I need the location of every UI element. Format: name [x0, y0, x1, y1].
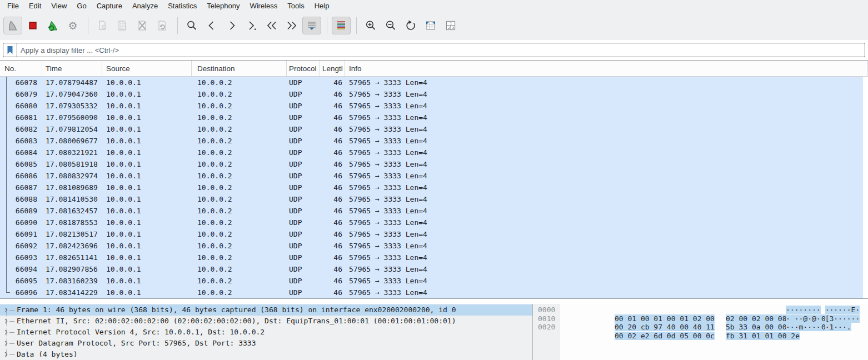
zoom-in-icon [365, 19, 377, 32]
packet-row[interactable]: 66085 17.080581918 10.0.0.1 10.0.0.2 UDP… [0, 158, 863, 170]
packet-details-row[interactable]: ❯ User Datagram Protocol, Src Port: 5796… [0, 338, 532, 349]
hex-row: 00 02 e2 6d 0d 05 00 0cfb 31 01 01 00 2e… [562, 323, 868, 332]
column-header-time[interactable]: Time [42, 61, 102, 76]
packet-row[interactable]: 66082 17.079812054 10.0.0.1 10.0.0.2 UDP… [0, 123, 863, 135]
display-filter-box [3, 43, 865, 57]
find-packet-icon [186, 19, 198, 32]
go-first-packet-button[interactable] [262, 17, 281, 34]
save-file-button[interactable]: 010100100111 [113, 17, 132, 34]
go-forward-button[interactable] [222, 17, 241, 34]
zoom-in-button[interactable] [361, 17, 380, 34]
capture-options-button[interactable]: ⚙ [63, 17, 82, 34]
expand-chevron-icon[interactable]: ❯ [3, 316, 9, 327]
expand-chevron-icon[interactable]: ❯ [3, 304, 9, 316]
expand-chevron-icon[interactable]: ❯ [3, 349, 9, 360]
packet-row[interactable]: 66096 17.083414229 10.0.0.1 10.0.0.2 UDP… [0, 287, 863, 298]
packet-row[interactable]: 66081 17.079560090 10.0.0.1 10.0.0.2 UDP… [0, 112, 863, 123]
layout-chooser-button[interactable]: 123 [441, 17, 460, 34]
menu-item[interactable]: View [46, 1, 72, 11]
packet-row[interactable]: 66088 17.081410530 10.0.0.1 10.0.0.2 UDP… [0, 193, 863, 205]
reload-file-button[interactable] [153, 17, 172, 34]
hex-bytes-area: 00 01 00 01 00 01 02 0002 00 02 00 08 00… [560, 304, 868, 360]
packet-row[interactable]: 66086 17.080832974 10.0.0.1 10.0.0.2 UDP… [0, 170, 863, 182]
svg-text:3: 3 [452, 26, 454, 29]
stop-capture-button[interactable] [23, 17, 42, 34]
bookmark-icon [6, 46, 14, 54]
zoom-out-icon [385, 19, 397, 32]
packet-details-row[interactable]: ❯ Data (4 bytes) [0, 349, 532, 360]
auto-scroll-icon [306, 19, 318, 32]
expand-chevron-icon[interactable]: ❯ [3, 327, 9, 338]
open-file-button[interactable] [93, 17, 112, 34]
tree-branch-line [9, 343, 14, 344]
ascii-group[interactable]: · ··@·@· [786, 314, 821, 323]
column-header-info[interactable]: Info [345, 61, 868, 76]
column-header-source[interactable]: Source [102, 61, 192, 76]
packet-row[interactable]: 66089 17.081632457 10.0.0.1 10.0.0.2 UDP… [0, 205, 863, 217]
go-to-packet-button[interactable] [242, 17, 261, 34]
column-header-destination[interactable]: Destination [192, 61, 287, 76]
packet-details-row[interactable]: ❯ Frame 1: 46 bytes on wire (368 bits), … [0, 304, 532, 316]
hex-row: 00 20 cb 97 40 00 40 115b 33 0a 00 00 01… [562, 314, 868, 323]
menu-item[interactable]: Statistics [163, 1, 202, 11]
packet-row[interactable]: 66095 17.083160239 10.0.0.1 10.0.0.2 UDP… [0, 275, 863, 287]
ascii-group[interactable]: ·1···. [825, 323, 851, 331]
expand-chevron-icon[interactable]: ❯ [3, 338, 9, 349]
packet-row[interactable]: 66091 17.082130517 10.0.0.1 10.0.0.2 UDP… [0, 228, 863, 240]
packet-row[interactable]: 66094 17.082907856 10.0.0.1 10.0.0.2 UDP… [0, 263, 863, 275]
ascii-group[interactable]: ······E· [825, 306, 860, 314]
menu-item[interactable]: Capture [92, 1, 127, 11]
find-packet-button[interactable] [182, 17, 201, 34]
ascii-group[interactable]: [3······ [825, 314, 860, 323]
menu-item[interactable]: Analyze [127, 1, 163, 11]
packet-details-row[interactable]: ❯ Internet Protocol Version 4, Src: 10.0… [0, 327, 532, 338]
colorize-button[interactable] [332, 17, 351, 34]
hex-bytes-group[interactable]: fb 31 01 01 00 2e [726, 332, 800, 340]
menu-item[interactable]: Tools [282, 1, 309, 11]
pane-splitter[interactable] [0, 299, 868, 304]
hex-ascii-area: ··············E· [786, 306, 860, 314]
layout-chooser-icon: 123 [445, 19, 457, 32]
hex-bytes-group[interactable]: 00 02 e2 6d 0d 05 00 0c [615, 332, 715, 340]
packet-row[interactable]: 66087 17.081089689 10.0.0.1 10.0.0.2 UDP… [0, 182, 863, 193]
packet-row[interactable]: 66084 17.080321921 10.0.0.1 10.0.0.2 UDP… [0, 147, 863, 158]
column-header-protocol[interactable]: Protocol [287, 61, 320, 76]
packet-row[interactable]: 66080 17.079305332 10.0.0.1 10.0.0.2 UDP… [0, 100, 863, 112]
menu-item[interactable]: Edit [24, 1, 46, 11]
filter-bookmark-button[interactable] [3, 43, 17, 57]
packet-details-row[interactable]: ❯ Ethernet II, Src: 02:00:02:00:02:00 (0… [0, 316, 532, 327]
packet-row[interactable]: 66079 17.079047360 10.0.0.1 10.0.0.2 UDP… [0, 88, 863, 100]
toolbar-separator [88, 17, 88, 34]
ascii-group[interactable]: ···m···· [786, 323, 821, 331]
svg-text:0111: 0111 [120, 27, 126, 30]
menu-item[interactable]: Wireless [245, 1, 282, 11]
go-last-packet-button[interactable] [282, 17, 301, 34]
start-capture-icon [7, 19, 19, 32]
details-row-label: Frame 1: 46 bytes on wire (368 bits), 46… [17, 304, 456, 316]
details-row-label: Data (4 bytes) [17, 349, 78, 360]
column-header-no[interactable]: No. [0, 61, 42, 76]
auto-scroll-button[interactable] [302, 17, 321, 34]
menu-item[interactable]: Help [310, 1, 335, 11]
packet-row[interactable]: 66078 17.078794487 10.0.0.1 10.0.0.2 UDP… [0, 77, 863, 88]
packet-row[interactable]: 66083 17.080069677 10.0.0.1 10.0.0.2 UDP… [0, 135, 863, 147]
details-row-label: User Datagram Protocol, Src Port: 57965,… [17, 338, 256, 349]
column-header-length[interactable]: Lengtl [320, 61, 345, 76]
wireshark-window: File Edit View Go Capture Analyze Statis… [0, 0, 868, 360]
menu-item[interactable]: Telephony [202, 1, 245, 11]
menu-item[interactable]: File [2, 1, 24, 11]
zoom-out-button[interactable] [381, 17, 400, 34]
ascii-group[interactable]: ········ [786, 306, 821, 314]
display-filter-input[interactable] [17, 43, 865, 57]
packet-row[interactable]: 66093 17.082651141 10.0.0.1 10.0.0.2 UDP… [0, 252, 863, 263]
restart-capture-button[interactable] [43, 17, 62, 34]
start-capture-button[interactable] [3, 17, 22, 34]
zoom-reset-button[interactable] [401, 17, 420, 34]
packet-row[interactable]: 66090 17.081878553 10.0.0.1 10.0.0.2 UDP… [0, 217, 863, 228]
go-back-button[interactable] [202, 17, 221, 34]
menu-item[interactable]: Go [72, 1, 91, 11]
close-file-button[interactable] [133, 17, 152, 34]
resize-columns-button[interactable] [421, 17, 440, 34]
hex-ascii-area: ···m·····1···. [786, 323, 851, 332]
packet-row[interactable]: 66092 17.082423696 10.0.0.1 10.0.0.2 UDP… [0, 240, 863, 252]
